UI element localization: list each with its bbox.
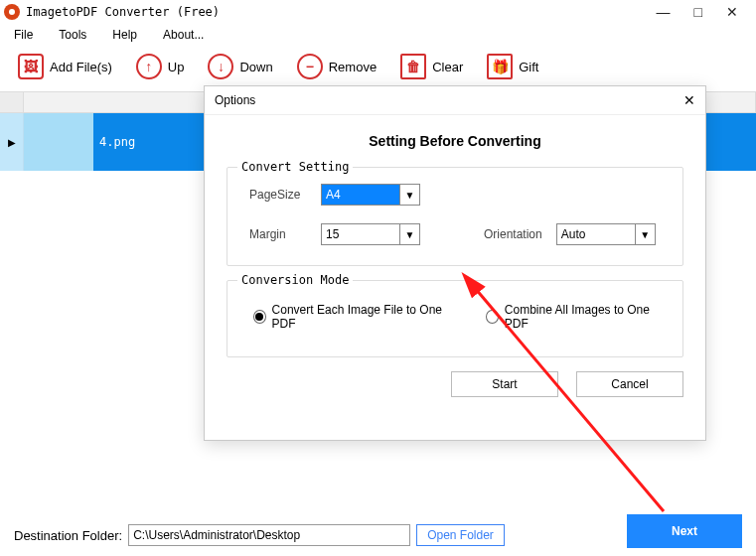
chevron-down-icon[interactable]: ▼ xyxy=(399,224,419,244)
gift-button[interactable]: 🎁 Gift xyxy=(479,52,546,81)
clear-button[interactable]: 🗑 Clear xyxy=(392,52,471,81)
menu-help[interactable]: Help xyxy=(112,28,137,42)
arrow-up-icon: ↑ xyxy=(136,54,162,79)
up-label: Up xyxy=(168,60,185,74)
margin-label: Margin xyxy=(249,227,307,241)
down-button[interactable]: ↓ Down xyxy=(200,52,280,81)
conversion-mode-group: Conversion Mode Convert Each Image File … xyxy=(227,280,683,357)
row-marker-cell: ▶ xyxy=(0,113,24,171)
trash-icon: 🗑 xyxy=(400,54,426,79)
remove-label: Remove xyxy=(329,60,377,74)
chevron-down-icon[interactable]: ▼ xyxy=(635,224,655,244)
next-label: Next xyxy=(672,524,697,538)
destination-input[interactable] xyxy=(128,524,410,546)
radio-combine[interactable]: Combine All Images to One PDF xyxy=(486,303,657,331)
gift-label: Gift xyxy=(519,60,538,74)
pagesize-combo[interactable]: ▼ xyxy=(321,184,420,206)
down-label: Down xyxy=(239,60,272,74)
header-index xyxy=(0,92,24,112)
radio-combine-label: Combine All Images to One PDF xyxy=(505,303,657,331)
menu-tools[interactable]: Tools xyxy=(59,28,86,42)
dialog-close-button[interactable]: ✕ xyxy=(683,92,695,108)
cancel-button[interactable]: Cancel xyxy=(576,371,683,397)
image-icon: 🖼 xyxy=(18,54,44,79)
radio-each[interactable]: Convert Each Image File to One PDF xyxy=(253,303,446,331)
menu-about[interactable]: About... xyxy=(163,28,204,42)
orientation-label: Orientation xyxy=(484,227,542,241)
orientation-input[interactable] xyxy=(557,224,635,244)
gift-icon: 🎁 xyxy=(487,54,513,79)
radio-icon xyxy=(253,310,266,324)
add-files-label: Add File(s) xyxy=(50,60,112,74)
minimize-button[interactable]: — xyxy=(657,4,671,20)
margin-combo[interactable]: ▼ xyxy=(321,223,420,245)
maximize-button[interactable]: □ xyxy=(694,4,702,20)
dialog-heading: Setting Before Converting xyxy=(227,133,683,149)
convert-setting-group: Convert Setting PageSize ▼ Margin ▼ Orie… xyxy=(227,167,683,266)
margin-input[interactable] xyxy=(322,224,399,244)
up-button[interactable]: ↑ Up xyxy=(128,52,193,81)
close-button[interactable]: ✕ xyxy=(726,4,738,20)
menu-file[interactable]: File xyxy=(14,28,33,42)
arrow-down-icon: ↓ xyxy=(208,54,233,79)
row-thumbnail xyxy=(24,113,93,171)
dialog-title: Options xyxy=(215,93,255,107)
radio-icon xyxy=(486,310,499,324)
dialog-titlebar: Options ✕ xyxy=(205,86,705,115)
add-files-button[interactable]: 🖼 Add File(s) xyxy=(10,52,120,81)
menubar: File Tools Help About... xyxy=(0,24,756,46)
chevron-down-icon[interactable]: ▼ xyxy=(399,185,419,205)
pagesize-label: PageSize xyxy=(249,188,307,202)
minus-icon: − xyxy=(297,54,323,79)
app-icon xyxy=(4,4,20,20)
row-marker: ▶ xyxy=(8,137,16,148)
app-title: ImagetoPDF Converter (Free) xyxy=(26,5,220,19)
titlebar: ImagetoPDF Converter (Free) — □ ✕ xyxy=(0,0,756,24)
orientation-combo[interactable]: ▼ xyxy=(556,223,656,245)
destination-label: Destination Folder: xyxy=(14,528,122,543)
clear-label: Clear xyxy=(432,60,463,74)
next-button[interactable]: Next xyxy=(627,514,742,548)
radio-each-label: Convert Each Image File to One PDF xyxy=(272,303,447,331)
conversion-mode-legend: Conversion Mode xyxy=(237,273,353,287)
convert-setting-legend: Convert Setting xyxy=(237,160,353,174)
pagesize-input[interactable] xyxy=(322,185,399,205)
start-button[interactable]: Start xyxy=(451,371,558,397)
options-dialog: Options ✕ Setting Before Converting Conv… xyxy=(204,85,706,441)
remove-button[interactable]: − Remove xyxy=(289,52,384,81)
open-folder-button[interactable]: Open Folder xyxy=(416,524,505,546)
